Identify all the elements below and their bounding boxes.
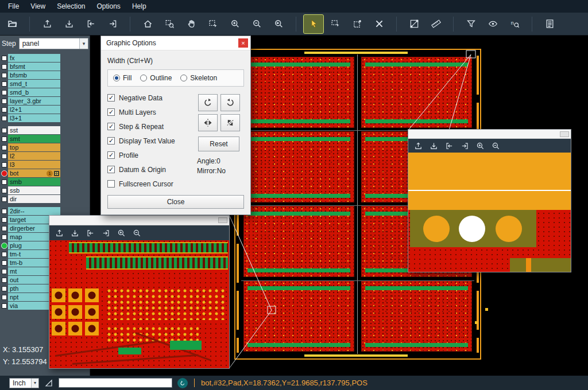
layer-row-l3+1[interactable]: l3+1 <box>0 114 90 122</box>
close-icon[interactable]: × <box>238 38 248 48</box>
layer-visibility-checkbox[interactable] <box>0 107 8 112</box>
layer-active-marker[interactable] <box>0 170 8 177</box>
layer-visibility-checkbox[interactable] <box>0 154 8 159</box>
menu-item-file[interactable]: File <box>2 0 25 13</box>
layer-active-marker[interactable] <box>0 243 8 249</box>
checkbox-step-repeat[interactable]: ✓Step & Repeat <box>107 123 194 130</box>
zoom-out-icon[interactable] <box>492 142 500 150</box>
layer-row-smd_t[interactable]: smd_t <box>0 80 90 88</box>
report-button[interactable] <box>540 15 559 33</box>
command-input[interactable] <box>59 378 172 388</box>
layer-visibility-checkbox[interactable] <box>0 303 8 309</box>
erase-button[interactable] <box>369 15 389 33</box>
layer-visibility-checkbox[interactable] <box>0 73 8 78</box>
layer-visibility-checkbox[interactable] <box>0 260 8 266</box>
layer-row-bot[interactable]: bot1 <box>0 169 90 177</box>
radio-outline[interactable]: Outline <box>140 74 172 82</box>
menu-item-help[interactable]: Help <box>126 0 152 13</box>
measure-diagonal-button[interactable] <box>404 15 424 33</box>
layer-row-ssb[interactable]: ssb <box>0 186 90 194</box>
magnifier-window-right[interactable] <box>408 129 571 272</box>
zoom-previous-button[interactable] <box>269 15 288 33</box>
layer-visibility-checkbox[interactable] <box>0 128 8 133</box>
checkbox-fullscreen-cursor[interactable]: Fullscreen Cursor <box>107 180 194 188</box>
layer-visibility-checkbox[interactable] <box>0 278 8 283</box>
export-right-button[interactable] <box>103 15 122 33</box>
menu-item-view[interactable]: View <box>25 0 51 13</box>
transform-button[interactable] <box>347 15 367 33</box>
tray-right-icon[interactable] <box>102 229 110 237</box>
zoom-window-button[interactable] <box>160 15 179 33</box>
refresh-button[interactable] <box>177 378 188 388</box>
zoom-out-icon[interactable] <box>133 229 141 237</box>
layer-row-l2[interactable]: l2 <box>0 152 90 160</box>
layer-visibility-checkbox[interactable] <box>0 295 8 300</box>
tray-up-icon[interactable] <box>55 229 64 237</box>
unit-combobox[interactable]: Inch ▾ <box>9 378 39 388</box>
checkbox-negative-data[interactable]: ✓Negative Data <box>107 94 194 102</box>
checkbox-profile[interactable]: ✓Profile <box>107 151 194 159</box>
window-menu-icon[interactable] <box>560 131 569 137</box>
tray-down-icon[interactable] <box>71 229 79 237</box>
highlight-button[interactable] <box>483 15 502 33</box>
tray-right-icon[interactable] <box>461 142 469 150</box>
layer-visibility-checkbox[interactable] <box>0 56 8 61</box>
layer-row-fx[interactable]: fx <box>0 54 90 62</box>
layer-row-bfsmb[interactable]: bfsmb <box>0 71 90 79</box>
magnifier-titlebar[interactable] <box>408 130 571 139</box>
reset-button[interactable]: Reset <box>198 136 239 151</box>
layer-row-layer_3.gbr[interactable]: layer_3.gbr <box>0 97 90 105</box>
open-button[interactable] <box>2 15 22 33</box>
layer-visibility-checkbox[interactable] <box>0 188 8 193</box>
layer-row-2dir--[interactable]: 2dir-- <box>0 207 90 215</box>
step-combobox[interactable]: panel ▾ <box>19 38 88 49</box>
checkbox-datum-origin[interactable]: ✓Datum & Origin <box>107 166 194 173</box>
menu-item-selection[interactable]: Selection <box>51 0 91 13</box>
layer-row-l2+1[interactable]: l2+1 <box>0 106 90 114</box>
radio-skeleton[interactable]: Skeleton <box>180 74 217 82</box>
menu-item-options[interactable]: Options <box>91 0 126 13</box>
pan-button[interactable] <box>181 15 201 33</box>
export-up-button[interactable] <box>37 15 57 33</box>
zoom-area-button[interactable] <box>203 15 223 33</box>
layer-visibility-checkbox[interactable] <box>0 162 8 167</box>
close-button[interactable]: Close <box>107 195 244 209</box>
layer-visibility-checkbox[interactable] <box>0 252 8 257</box>
layer-row-dir[interactable]: dir <box>0 195 90 203</box>
layer-row-smb[interactable]: smb <box>0 178 90 186</box>
layer-visibility-checkbox[interactable] <box>0 99 8 104</box>
layer-row-top[interactable]: top <box>0 143 90 151</box>
magnifier-view[interactable] <box>49 240 229 368</box>
layer-row-smt[interactable]: smt <box>0 135 90 143</box>
tray-up-icon[interactable] <box>414 142 423 150</box>
magnifier-view[interactable] <box>408 153 571 272</box>
dialog-titlebar[interactable]: Graphic Options × <box>101 36 250 50</box>
checkbox-display-text-value[interactable]: ✓Display Text Value <box>107 137 194 145</box>
layer-visibility-checkbox[interactable] <box>0 180 8 185</box>
filter-button[interactable] <box>461 15 481 33</box>
rotate-cw-button[interactable] <box>198 94 218 111</box>
zoom-in-button[interactable] <box>225 15 245 33</box>
find-pattern-button[interactable] <box>505 15 524 33</box>
layer-visibility-checkbox[interactable] <box>0 64 8 69</box>
tray-left-icon[interactable] <box>86 229 95 237</box>
rotate-ccw-button[interactable] <box>220 94 240 111</box>
export-left-button[interactable] <box>81 15 100 33</box>
zoom-in-icon[interactable] <box>476 142 485 150</box>
select-cursor-button[interactable] <box>304 15 323 33</box>
layer-row-smd_b[interactable]: smd_b <box>0 88 90 96</box>
layer-visibility-checkbox[interactable] <box>0 209 8 214</box>
tray-down-icon[interactable] <box>430 142 438 150</box>
graphic-options-dialog[interactable]: Graphic Options × Width (Ctrl+W) FillOut… <box>100 36 251 215</box>
window-menu-icon[interactable] <box>218 217 227 223</box>
layer-visibility-checkbox[interactable] <box>0 217 8 223</box>
layer-visibility-checkbox[interactable] <box>0 197 8 202</box>
mirror-horizontal-button[interactable] <box>198 114 218 131</box>
home-view-button[interactable] <box>138 15 157 33</box>
layer-visibility-checkbox[interactable] <box>0 145 8 150</box>
layer-row-bfsmt[interactable]: bfsmt <box>0 63 90 71</box>
mirror-diagonal-button[interactable] <box>220 114 240 131</box>
layer-visibility-checkbox[interactable] <box>0 269 8 274</box>
set-square-icon[interactable] <box>44 379 53 388</box>
zoom-out-button[interactable] <box>247 15 266 33</box>
